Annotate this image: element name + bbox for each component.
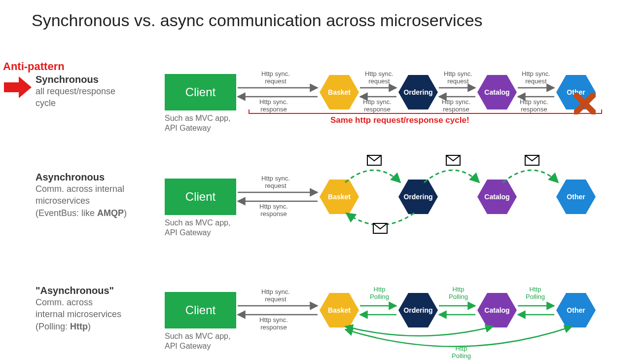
basket-node-sync: Basket [320,75,359,109]
poll-heading: "Asynchronous" [36,285,159,296]
ordering-node-async: Ordering [398,180,438,214]
basket-node-poll: Basket [320,293,359,327]
poll-desc: Comm. across internal microservices (Pol… [36,296,159,332]
lbl-res-1d: Http sync.response [520,99,548,113]
section-poll-label: "Asynchronous" Comm. across internal mic… [36,285,159,332]
lbl-res-1c: Http sync.response [442,99,470,113]
red-arrow-icon [4,76,32,98]
envelope-icon [446,155,461,166]
sync-desc: all request/response cycle [36,85,149,109]
client-caption-async: Such as MVC app,API Gateway [165,218,230,238]
lbl-res-1a: Http sync.response [259,99,288,113]
lbl-poll-3c: HttpPolling [449,286,468,301]
client-box-poll: Client [165,292,236,328]
client-box-async: Client [165,179,236,215]
lbl-poll-3d: HttpPolling [526,286,545,301]
lbl-req-1d: Http sync.request [522,71,550,85]
async-heading: Asynchronous [36,172,159,183]
lbl-req-1b: Http sync.request [365,71,394,85]
section-sync-label: Synchronous all request/response cycle [36,74,149,109]
red-bracket-label: Same http request/response cycle! [330,115,469,125]
lbl-res-2a: Http sync.response [259,203,288,218]
ordering-node-sync: Ordering [398,75,438,109]
async-desc: Comm. across internal microservices (Eve… [36,183,159,219]
catalog-node-poll: Catalog [477,293,517,327]
lbl-res-1b: Http sync.response [363,99,392,113]
catalog-node-async: Catalog [477,180,517,214]
envelope-icon [373,223,388,234]
lbl-res-3a: Http sync.response [259,317,288,331]
ordering-node-poll: Ordering [398,293,438,327]
catalog-node-sync: Catalog [477,75,517,109]
client-box-sync: Client [165,74,236,110]
envelope-icon [367,155,382,166]
client-caption-sync: Such as MVC app,API Gateway [165,113,230,133]
client-caption-poll: Such as MVC app,API Gateway [165,331,230,351]
lbl-req-1c: Http sync.request [444,71,472,85]
other-node-async: Other [556,180,596,214]
page-title: Synchronous vs. async communication acro… [32,11,483,30]
svg-marker-0 [4,76,32,98]
lbl-poll-3b: HttpPolling [370,286,389,301]
sync-heading: Synchronous [36,74,149,85]
anti-pattern-label: Anti-pattern [3,60,65,73]
error-x-icon [574,93,596,114]
lbl-req-2a: Http sync.request [261,175,290,190]
lbl-poll-3e: HttpPolling [452,345,471,360]
other-node-poll: Other [556,293,596,327]
lbl-req-1a: Http sync.request [261,71,290,85]
basket-node-async: Basket [320,180,359,214]
lbl-req-3a: Http sync.request [261,289,290,303]
envelope-icon [525,155,539,166]
section-async-label: Asynchronous Comm. across internal micro… [36,172,159,219]
